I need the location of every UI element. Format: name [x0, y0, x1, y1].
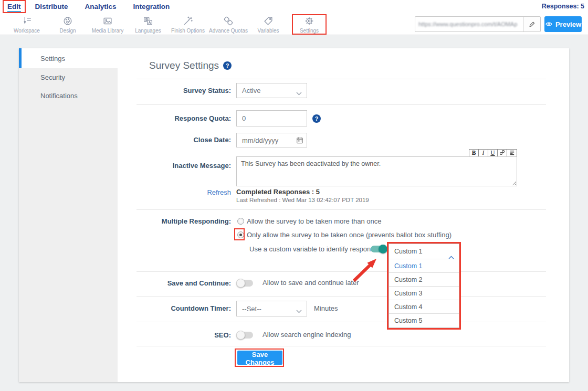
tool-label: Settings	[289, 28, 330, 34]
multiple-responding-label: Multiple Responding:	[118, 217, 231, 225]
survey-status-select[interactable]: Active	[236, 83, 307, 98]
tool-label: Design	[47, 28, 88, 34]
tool-media-library[interactable]: Media Library	[87, 15, 128, 34]
chevron-down-icon	[296, 307, 302, 315]
save-changes-button[interactable]: Save Changes	[237, 351, 282, 365]
dropdown-option-custom-5[interactable]: Custom 5	[389, 313, 459, 327]
pencil-icon	[528, 20, 536, 28]
tool-design[interactable]: Design	[47, 15, 88, 34]
eye-icon	[545, 20, 553, 28]
tool-label: Media Library	[87, 28, 128, 34]
align-button[interactable]	[507, 150, 517, 156]
workspace-icon	[6, 15, 47, 27]
divider	[136, 271, 546, 272]
sidebar-item-security[interactable]: Security	[19, 68, 118, 87]
save-and-continue-toggle[interactable]	[237, 280, 253, 287]
design-palette-icon	[47, 15, 88, 27]
divider	[136, 104, 546, 105]
divider	[136, 346, 546, 346]
settings-sidebar: Settings Security Notifications	[19, 48, 118, 382]
link-button[interactable]	[498, 150, 507, 156]
inactive-message-textarea[interactable]: This Survey has been deactivated by the …	[236, 156, 517, 186]
survey-url-value[interactable]: https://www.questionpro.com/t/AOMAp	[415, 17, 523, 31]
nav-tab-distribute[interactable]: Distribute	[35, 3, 68, 10]
tool-label: Finish Options	[167, 28, 208, 34]
tool-label: Languages	[128, 28, 169, 34]
tool-variables[interactable]: Variables	[248, 15, 289, 34]
page-title-row: Survey Settings	[149, 60, 232, 71]
tool-settings[interactable]: Settings	[289, 15, 330, 34]
divider	[136, 296, 546, 297]
tool-label: Variables	[248, 28, 289, 34]
edit-url-button[interactable]	[523, 17, 540, 31]
chevron-down-icon	[296, 89, 302, 97]
tool-finish-options[interactable]: Finish Options	[167, 15, 208, 34]
dropdown-selected-value: Custom 1	[394, 248, 423, 255]
seo-toggle[interactable]	[237, 332, 253, 339]
magic-wand-icon	[167, 15, 208, 27]
media-library-icon	[87, 15, 128, 27]
tag-icon	[248, 15, 289, 27]
dropdown-selected[interactable]: Custom 1	[389, 244, 459, 259]
radio-option-label[interactable]: Only allow the survey to be taken once (…	[247, 231, 452, 239]
custom-variable-toggle[interactable]	[371, 246, 386, 252]
custom-variable-dropdown: Custom 1 Custom 1 Custom 2 Custom 3 Cust…	[388, 244, 459, 328]
save-and-continue-description: Allow to save and continue later	[262, 279, 359, 287]
annotation-box-dropdown: Custom 1 Custom 1 Custom 2 Custom 3 Cust…	[387, 242, 461, 330]
countdown-timer-label: Countdown Timer:	[118, 304, 231, 312]
divider	[136, 209, 546, 210]
tool-label: Advance Quotas	[208, 28, 249, 34]
tool-workspace[interactable]: Workspace	[6, 15, 47, 34]
response-quota-input[interactable]	[236, 110, 307, 126]
divider	[136, 322, 546, 322]
dropdown-option-custom-2[interactable]: Custom 2	[389, 272, 459, 286]
bold-button[interactable]: B	[469, 150, 479, 156]
toggle-knob	[236, 331, 245, 340]
italic-button[interactable]: I	[479, 150, 488, 156]
survey-url-bar: https://www.questionpro.com/t/AOMAp	[415, 16, 541, 32]
radio-take-once[interactable]	[237, 231, 244, 238]
responses-count: Responses: 5	[542, 3, 584, 10]
tool-label: Workspace	[6, 28, 47, 34]
sidebar-item-notifications[interactable]: Notifications	[19, 87, 118, 105]
close-date-label: Close Date:	[118, 136, 231, 144]
dropdown-option-custom-3[interactable]: Custom 3	[389, 286, 459, 300]
refresh-link[interactable]: Refresh	[118, 188, 231, 196]
settings-panel: Settings Security Notifications Survey S…	[19, 48, 569, 382]
custom-variable-label: Use a custom variable to identify respon…	[249, 245, 381, 253]
languages-translate-icon	[128, 15, 169, 27]
tool-languages[interactable]: Languages	[128, 15, 169, 34]
annotation-box-edit: Edit	[3, 0, 26, 13]
preview-button[interactable]: Preview	[544, 16, 582, 32]
countdown-timer-select[interactable]: --Set--	[236, 301, 307, 316]
nav-tab-analytics[interactable]: Analytics	[85, 3, 117, 10]
response-quota-label: Response Quota:	[118, 114, 231, 122]
sidebar-item-settings[interactable]: Settings	[19, 48, 118, 68]
close-date-field	[236, 133, 307, 147]
toggle-knob	[379, 245, 387, 253]
completed-responses: Completed Responses : 5	[236, 188, 320, 196]
chain-links-icon	[208, 15, 249, 27]
radio-take-more-than-once[interactable]	[237, 218, 244, 225]
countdown-timer-suffix: Minutes	[314, 304, 338, 312]
app-header: Edit Distribute Analytics Integration Re…	[0, 0, 588, 35]
help-icon[interactable]	[223, 61, 232, 70]
seo-label: SEO:	[118, 331, 231, 339]
tool-advance-quotas[interactable]: Advance Quotas	[208, 15, 249, 34]
survey-status-value: Active	[242, 87, 260, 94]
nav-tab-edit[interactable]: Edit	[7, 3, 21, 12]
calendar-icon[interactable]	[296, 136, 303, 146]
toggle-knob	[236, 279, 245, 288]
nav-tab-integration[interactable]: Integration	[133, 3, 170, 10]
chevron-up-icon	[448, 250, 454, 265]
underline-button[interactable]: U	[488, 150, 498, 156]
save-and-continue-label: Save and Continue:	[118, 279, 231, 287]
inactive-message-label: Inactive Message:	[118, 162, 231, 170]
countdown-timer-value: --Set--	[242, 305, 261, 313]
radio-option-label[interactable]: Allow the survey to be taken more than o…	[247, 217, 382, 225]
divider	[136, 79, 546, 79]
survey-status-label: Survey Status:	[118, 87, 231, 94]
dropdown-option-custom-4[interactable]: Custom 4	[389, 300, 459, 313]
help-icon[interactable]	[312, 114, 321, 123]
gear-icon	[289, 15, 330, 27]
